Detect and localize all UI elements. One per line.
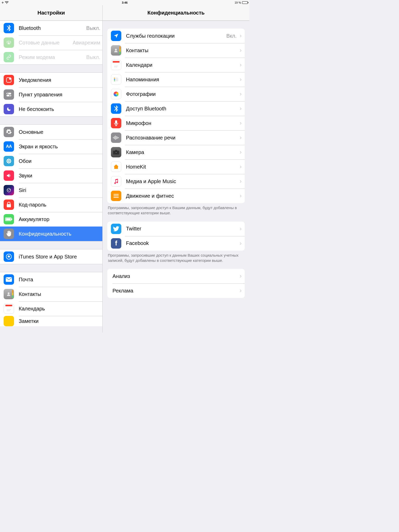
svg-point-30 bbox=[115, 49, 117, 51]
svg-point-3 bbox=[7, 93, 8, 94]
sidebar-item-mail[interactable]: Почта bbox=[0, 272, 102, 287]
moon-icon bbox=[4, 104, 14, 114]
sidebar-item-notes[interactable]: Заметки bbox=[0, 316, 102, 326]
detail-item-bluetooth[interactable]: Доступ Bluetooth › bbox=[107, 101, 245, 116]
detail-item-twitter[interactable]: Twitter › bbox=[107, 222, 245, 236]
chevron-right-icon: › bbox=[240, 149, 242, 156]
detail-item-location[interactable]: Службы геолокации Вкл. › bbox=[107, 29, 245, 43]
sidebar-item-label: Экран и яркость bbox=[19, 144, 58, 150]
chevron-right-icon: › bbox=[240, 178, 242, 185]
detail-item-label: Facebook bbox=[126, 240, 149, 246]
mail-icon bbox=[4, 274, 14, 285]
flower-icon bbox=[4, 156, 14, 166]
svg-point-39 bbox=[114, 79, 115, 80]
detail-item-label: HomeKit bbox=[126, 164, 146, 170]
sidebar-item-calendar[interactable]: Календарь bbox=[0, 301, 102, 316]
svg-point-23 bbox=[7, 309, 8, 310]
sidebar-item-label: Заметки bbox=[19, 318, 39, 324]
svg-point-25 bbox=[9, 309, 10, 310]
detail-item-reminders[interactable]: Напоминания › bbox=[107, 72, 245, 87]
detail-item-label: Медиа и Apple Music bbox=[126, 178, 176, 184]
chevron-right-icon: › bbox=[240, 192, 242, 199]
battery-icon bbox=[4, 214, 14, 224]
detail-item-analytics[interactable]: Анализ › bbox=[107, 269, 245, 283]
sidebar-item-label: Календарь bbox=[19, 306, 45, 312]
sidebar-item-label: Пункт управления bbox=[19, 92, 62, 98]
sidebar-item-label: iTunes Store и App Store bbox=[19, 254, 77, 260]
gear-icon bbox=[4, 127, 14, 137]
calendar-icon bbox=[4, 303, 14, 314]
sidebar-item-dnd[interactable]: Не беспокоить bbox=[0, 102, 102, 116]
sidebar-item-passcode[interactable]: Код-пароль bbox=[0, 197, 102, 212]
home-icon bbox=[111, 162, 121, 172]
svg-point-9 bbox=[6, 161, 8, 162]
svg-point-22 bbox=[8, 292, 9, 294]
sidebar-item-label: Конфиденциальность bbox=[19, 231, 71, 237]
antenna-icon bbox=[4, 37, 14, 48]
sidebar-item-siri[interactable]: Siri bbox=[0, 183, 102, 197]
detail-item-value: Вкл. bbox=[226, 33, 237, 39]
sidebar-item-display[interactable]: AA Экран и яркость bbox=[0, 139, 102, 154]
svg-point-24 bbox=[8, 309, 9, 310]
chevron-right-icon: › bbox=[240, 134, 242, 141]
detail-item-label: Календари bbox=[126, 62, 152, 68]
contacts-icon bbox=[4, 289, 14, 299]
sidebar-item-general[interactable]: Основные bbox=[0, 125, 102, 139]
chevron-right-icon: › bbox=[240, 32, 242, 39]
svg-rect-52 bbox=[115, 120, 117, 124]
sidebar-item-label: Обои bbox=[19, 158, 31, 164]
chevron-right-icon: › bbox=[240, 225, 242, 232]
sidebar-item-cellular[interactable]: Сотовые данные Авиарежим bbox=[0, 35, 102, 50]
speaker-icon bbox=[4, 170, 14, 181]
sidebar-item-notifications[interactable]: Уведомления bbox=[0, 73, 102, 87]
svg-point-26 bbox=[10, 309, 11, 310]
detail-item-homekit[interactable]: HomeKit › bbox=[107, 159, 245, 174]
sidebar-item-label: Код-пароль bbox=[19, 202, 46, 208]
calendar-icon bbox=[111, 60, 121, 70]
sidebar-item-hotspot[interactable]: Режим модема Выкл. bbox=[0, 50, 102, 64]
detail-item-label: Движение и фитнес bbox=[126, 193, 174, 199]
settings-sidebar: Настройки Bluetooth Выкл. Сотовые данные… bbox=[0, 5, 103, 332]
detail-item-speech[interactable]: Распознавание речи › bbox=[107, 130, 245, 145]
sidebar-item-itunes[interactable]: iTunes Store и App Store bbox=[0, 249, 102, 264]
sidebar-item-contacts[interactable]: Контакты bbox=[0, 287, 102, 301]
svg-rect-18 bbox=[6, 218, 11, 220]
detail-item-camera[interactable]: Камера › bbox=[107, 145, 245, 159]
detail-item-ads[interactable]: Реклама › bbox=[107, 283, 245, 298]
siri-icon bbox=[4, 185, 14, 195]
sidebar-item-control-center[interactable]: Пункт управления bbox=[0, 87, 102, 102]
aa-icon: AA bbox=[4, 141, 14, 152]
sidebar-item-label: Основные bbox=[19, 129, 43, 135]
sidebar-item-bluetooth[interactable]: Bluetooth Выкл. bbox=[0, 21, 102, 35]
sidebar-item-value: Выкл. bbox=[86, 25, 100, 31]
sidebar-item-privacy[interactable]: Конфиденциальность bbox=[0, 227, 102, 241]
detail-item-media[interactable]: Медиа и Apple Music › bbox=[107, 174, 245, 189]
detail-item-photos[interactable]: Фотографии › bbox=[107, 87, 245, 101]
svg-point-36 bbox=[115, 67, 116, 67]
detail-item-contacts[interactable]: Контакты › bbox=[107, 43, 245, 58]
detail-item-microphone[interactable]: Микрофон › bbox=[107, 116, 245, 130]
detail-item-label: Службы геолокации bbox=[126, 33, 175, 39]
notes-icon bbox=[4, 316, 14, 326]
battery-icon bbox=[242, 1, 248, 4]
link-icon bbox=[4, 52, 14, 62]
music-icon bbox=[111, 176, 121, 187]
svg-point-1 bbox=[9, 78, 11, 80]
switches-icon bbox=[4, 89, 14, 100]
svg-point-11 bbox=[7, 159, 8, 161]
sidebar-item-wallpaper[interactable]: Обои bbox=[0, 154, 102, 168]
detail-item-calendars[interactable]: Календари › bbox=[107, 58, 245, 72]
svg-point-40 bbox=[114, 80, 115, 81]
sidebar-item-sounds[interactable]: Звуки bbox=[0, 168, 102, 183]
sidebar-item-battery[interactable]: Аккумулятор bbox=[0, 212, 102, 227]
svg-point-5 bbox=[9, 95, 10, 96]
sidebar-item-label: Аккумулятор bbox=[19, 216, 49, 222]
svg-point-38 bbox=[114, 78, 115, 79]
detail-item-facebook[interactable]: f Facebook › bbox=[107, 236, 245, 251]
photos-icon bbox=[111, 89, 121, 99]
detail-item-motion[interactable]: Движение и фитнес › bbox=[107, 189, 245, 203]
detail-item-label: Распознавание речи bbox=[126, 135, 175, 141]
svg-rect-4 bbox=[6, 95, 11, 96]
chevron-right-icon: › bbox=[240, 105, 242, 112]
svg-point-10 bbox=[10, 161, 11, 162]
